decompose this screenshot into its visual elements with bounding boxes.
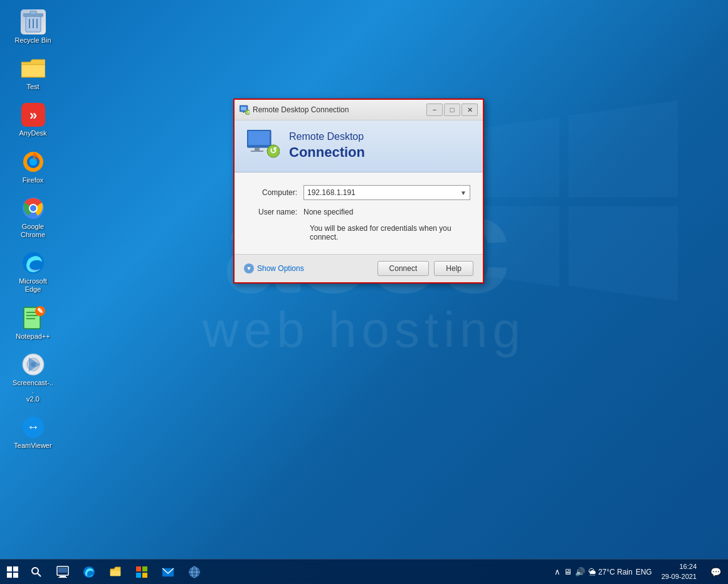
dropdown-arrow-icon: ▼	[460, 189, 467, 196]
taskbar-store[interactable]	[129, 560, 154, 585]
taskbar-weather[interactable]: 🌦 27°C Rain	[588, 568, 633, 576]
help-button[interactable]: Help	[434, 261, 473, 276]
dialog-footer: ▼ Show Options Connect Help	[235, 254, 483, 282]
clock-time: 16:24	[662, 562, 697, 571]
connect-button[interactable]: Connect	[377, 261, 430, 276]
titlebar-controls: − □ ✕	[426, 104, 478, 116]
svg-rect-49	[60, 576, 66, 577]
svg-text:↔: ↔	[27, 420, 40, 433]
svg-marker-3	[568, 206, 678, 301]
systray-network[interactable]: 🖥	[564, 567, 572, 576]
svg-point-51	[83, 566, 95, 578]
svg-point-17	[30, 205, 36, 211]
screencast-icon	[21, 352, 46, 377]
watermark-hosting: web hosting	[203, 301, 525, 359]
header-line1: Remote Desktop	[289, 130, 365, 144]
recycle-bin-label: Recycle Bin	[14, 36, 51, 45]
computer-label: Computer:	[247, 188, 303, 197]
desktop-icon-notepadpp[interactable]: ✎ Notepad++	[9, 302, 56, 344]
notification-button[interactable]: 💬	[706, 560, 725, 585]
svg-rect-50	[58, 577, 67, 578]
anydesk-icon: »	[21, 102, 46, 127]
show-options-button[interactable]: ▼ Show Options	[244, 263, 304, 273]
svg-rect-55	[142, 573, 147, 578]
desktop-icon-anydesk[interactable]: » AnyDesk	[9, 99, 56, 141]
notepadpp-icon: ✎	[21, 305, 46, 331]
username-row: User name: None specified	[247, 208, 470, 216]
credentials-message: You will be asked for credentials when y…	[310, 224, 470, 242]
taskbar: ∧ 🖥 🔊 🌦 27°C Rain ENG 16:24 29-09-2021 💬	[0, 559, 728, 584]
svg-rect-42	[13, 566, 18, 571]
dialog-titlebar: ↺ Remote Desktop Connection − □ ✕	[235, 100, 483, 120]
taskbar-right: ∧ 🖥 🔊 🌦 27°C Rain ENG 16:24 29-09-2021 💬	[554, 560, 728, 585]
svg-rect-52	[136, 566, 141, 571]
dialog-header-title: Remote Desktop Connection	[289, 130, 365, 161]
svg-rect-44	[13, 573, 18, 578]
microsoft-edge-label: Microsoft Edge	[13, 277, 53, 294]
show-options-icon: ▼	[244, 263, 254, 273]
firefox-label: Firefox	[23, 176, 44, 184]
svg-marker-2	[477, 206, 559, 287]
desktop-icon-test[interactable]: Test	[9, 53, 56, 94]
computer-row: Computer: 192.168.1.191 ▼	[247, 185, 470, 200]
desktop-icon-firefox[interactable]: Firefox	[9, 146, 56, 188]
systray-chevron[interactable]: ∧	[554, 567, 561, 576]
start-button[interactable]	[0, 560, 25, 585]
taskbar-mail[interactable]	[156, 560, 181, 585]
taskbar-edge[interactable]	[76, 560, 102, 585]
svg-point-45	[32, 568, 38, 574]
svg-rect-38	[251, 151, 263, 152]
taskbar-explorer[interactable]	[103, 560, 128, 585]
computer-input[interactable]: 192.168.1.191 ▼	[303, 185, 470, 200]
titlebar-left: ↺ Remote Desktop Connection	[240, 105, 349, 115]
test-label: Test	[26, 83, 39, 91]
screencast-label: Screencast-...v2.0	[13, 379, 53, 404]
anydesk-label: AnyDesk	[19, 129, 46, 137]
systray-volume[interactable]: 🔊	[575, 567, 585, 576]
svg-rect-43	[7, 573, 12, 578]
remote-desktop-dialog: ↺ Remote Desktop Connection − □ ✕ ↺ Remo…	[233, 98, 484, 284]
username-label: User name:	[247, 208, 303, 216]
header-line2: Connection	[289, 144, 365, 162]
taskbar-language[interactable]: ENG	[636, 568, 652, 576]
svg-text:✎: ✎	[37, 307, 43, 316]
weather-text: 27°C Rain	[598, 568, 633, 576]
desktop-icon-recycle-bin[interactable]: Recycle Bin	[9, 6, 56, 48]
svg-rect-48	[58, 568, 67, 573]
systray-icons: ∧ 🖥 🔊	[554, 567, 585, 576]
svg-line-46	[38, 573, 41, 576]
dialog-title: Remote Desktop Connection	[253, 105, 349, 114]
taskbar-clock[interactable]: 16:24 29-09-2021	[655, 562, 703, 581]
test-folder-icon	[21, 56, 46, 81]
desktop-icon-google-chrome[interactable]: Google Chrome	[9, 193, 56, 242]
svg-text:↺: ↺	[270, 146, 277, 156]
dialog-buttons: Connect Help	[377, 261, 473, 276]
desktop-icon-teamviewer[interactable]: ↔ TeamViewer	[9, 411, 56, 453]
rdp-header-icon: ↺	[247, 130, 280, 162]
notepadpp-label: Notepad++	[16, 332, 50, 341]
teamviewer-label: TeamViewer	[14, 442, 51, 450]
rdp-title-icon: ↺	[240, 105, 250, 115]
desktop-icon-screencast[interactable]: Screencast-...v2.0	[9, 349, 56, 407]
svg-rect-54	[136, 573, 141, 578]
username-value: None specified	[303, 208, 353, 216]
search-button[interactable]	[25, 560, 47, 585]
show-options-label: Show Options	[257, 264, 304, 273]
close-button[interactable]: ✕	[462, 104, 478, 116]
recycle-bin-icon	[21, 9, 46, 35]
teamviewer-icon: ↔	[21, 415, 46, 440]
windows-logo-watermark	[477, 100, 678, 304]
desktop-icon-microsoft-edge[interactable]: Microsoft Edge	[9, 247, 56, 297]
taskbar-taskmgr[interactable]	[50, 560, 75, 585]
svg-rect-36	[248, 131, 270, 145]
dialog-body: Computer: 192.168.1.191 ▼ User name: Non…	[235, 173, 483, 254]
svg-marker-1	[568, 100, 678, 198]
microsoft-edge-icon	[21, 250, 46, 275]
svg-rect-6	[30, 11, 36, 14]
maximize-button[interactable]: □	[444, 104, 460, 116]
taskbar-globe[interactable]	[182, 560, 207, 585]
svg-marker-0	[477, 117, 559, 198]
svg-rect-41	[7, 566, 12, 571]
google-chrome-icon	[21, 196, 46, 221]
minimize-button[interactable]: −	[426, 104, 443, 116]
